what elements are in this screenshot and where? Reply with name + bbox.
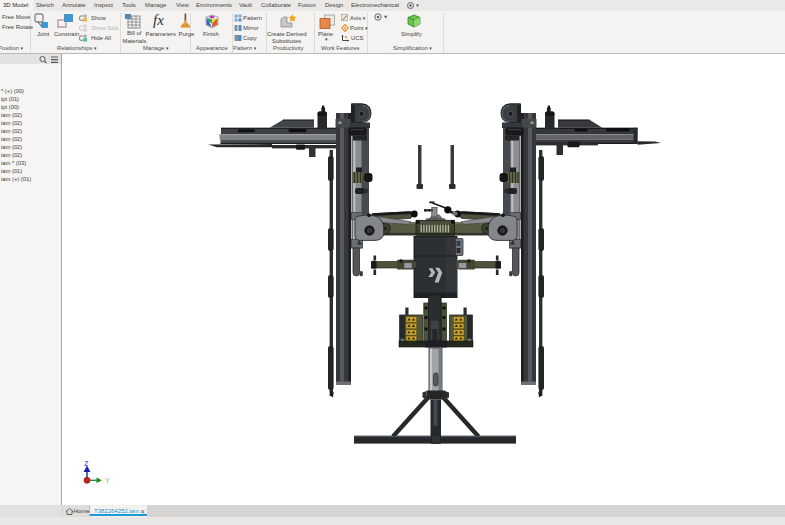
svg-text:Y: Y bbox=[105, 477, 110, 484]
